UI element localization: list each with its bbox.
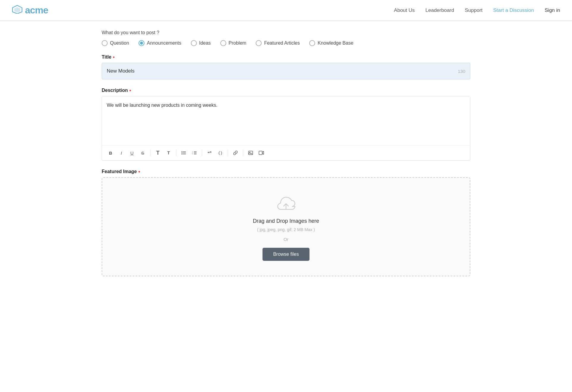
char-count: 130 — [458, 69, 465, 74]
logo[interactable]: acme — [12, 5, 48, 16]
toolbar-sep-5 — [243, 150, 243, 156]
svg-point-2 — [182, 151, 183, 152]
radio-label-ideas: Ideas — [199, 40, 211, 46]
nav-support[interactable]: Support — [465, 7, 483, 13]
description-label: Description • — [102, 88, 470, 93]
radio-announcements[interactable]: Announcements — [139, 40, 181, 46]
featured-image-required: • — [138, 169, 140, 174]
svg-rect-16 — [259, 151, 262, 155]
main-nav: About Us Leaderboard Support Start a Dis… — [394, 7, 560, 13]
radio-label-problem: Problem — [229, 40, 246, 46]
post-type-radio-group: Question Announcements Ideas Problem Fea… — [102, 40, 470, 46]
radio-knowledge-base[interactable]: Knowledge Base — [309, 40, 353, 46]
description-textarea[interactable]: We will be launching new products in com… — [102, 96, 470, 144]
radio-label-question: Question — [110, 40, 129, 46]
upload-file-types: ( jpg, jpeg, png, gif; 2 MB Max ) — [257, 227, 315, 232]
radio-ideas[interactable]: Ideas — [191, 40, 211, 46]
toolbar-sep-2 — [176, 150, 176, 156]
toolbar-sep-4 — [228, 150, 228, 156]
svg-point-3 — [182, 153, 183, 153]
radio-circle-question — [102, 40, 108, 46]
toolbar-code[interactable]: {} — [216, 148, 225, 157]
toolbar-sep-3 — [202, 150, 202, 156]
featured-image-label: Featured Image • — [102, 169, 470, 174]
nav-leaderboard[interactable]: Leaderboard — [425, 7, 454, 13]
nav-sign-in[interactable]: Sign in — [545, 7, 560, 13]
radio-label-announcements: Announcements — [147, 40, 181, 46]
radio-featured-articles[interactable]: Featured Articles — [256, 40, 300, 46]
description-required: • — [129, 88, 131, 93]
toolbar-strikethrough[interactable]: S — [138, 148, 147, 157]
toolbar-bold[interactable]: B — [106, 148, 115, 157]
toolbar-heading2[interactable]: T — [164, 148, 173, 157]
title-required: • — [113, 54, 115, 60]
toolbar-video[interactable] — [257, 148, 266, 157]
upload-or-text: Or — [284, 237, 289, 242]
toolbar-ul[interactable] — [179, 148, 188, 157]
radio-circle-featured-articles — [256, 40, 262, 46]
toolbar-image[interactable] — [246, 148, 255, 157]
editor-toolbar: B I U S T T 1.2.3. ❝❞ {} — [102, 145, 470, 160]
svg-marker-1 — [14, 7, 20, 12]
post-type-question: What do you want to post ? — [102, 30, 470, 35]
logo-text: acme — [25, 5, 48, 16]
nav-start-discussion[interactable]: Start a Discussion — [493, 7, 534, 13]
svg-text:3.: 3. — [192, 153, 193, 155]
toolbar-italic[interactable]: I — [117, 148, 126, 157]
toolbar-heading1[interactable]: T — [153, 148, 162, 157]
browse-files-button[interactable]: Browse files — [263, 248, 309, 261]
main-content: What do you want to post ? Question Anno… — [90, 21, 482, 294]
upload-cloud-icon — [276, 196, 296, 213]
radio-circle-announcements — [139, 40, 144, 46]
radio-circle-knowledge-base — [309, 40, 315, 46]
radio-circle-ideas — [191, 40, 197, 46]
upload-dropzone[interactable]: Drag and Drop Images here ( jpg, jpeg, p… — [102, 177, 470, 276]
radio-problem[interactable]: Problem — [220, 40, 246, 46]
header: acme About Us Leaderboard Support Start … — [0, 0, 572, 21]
svg-point-4 — [182, 154, 183, 155]
description-wrapper: We will be launching new products in com… — [102, 96, 470, 161]
toolbar-underline[interactable]: U — [128, 148, 136, 157]
upload-drag-drop-text: Drag and Drop Images here — [253, 218, 319, 224]
radio-label-knowledge-base: Knowledge Base — [318, 40, 353, 46]
radio-circle-problem — [220, 40, 226, 46]
nav-about-us[interactable]: About Us — [394, 7, 415, 13]
toolbar-sep-1 — [150, 150, 150, 156]
logo-icon — [12, 5, 23, 16]
toolbar-quote[interactable]: ❝❞ — [205, 148, 214, 157]
title-label: Title • — [102, 54, 470, 60]
title-input[interactable] — [107, 68, 458, 74]
toolbar-link[interactable] — [231, 148, 240, 157]
radio-label-featured-articles: Featured Articles — [264, 40, 300, 46]
title-input-wrapper: 130 — [102, 63, 470, 79]
radio-question[interactable]: Question — [102, 40, 129, 46]
toolbar-ol[interactable]: 1.2.3. — [190, 148, 199, 157]
